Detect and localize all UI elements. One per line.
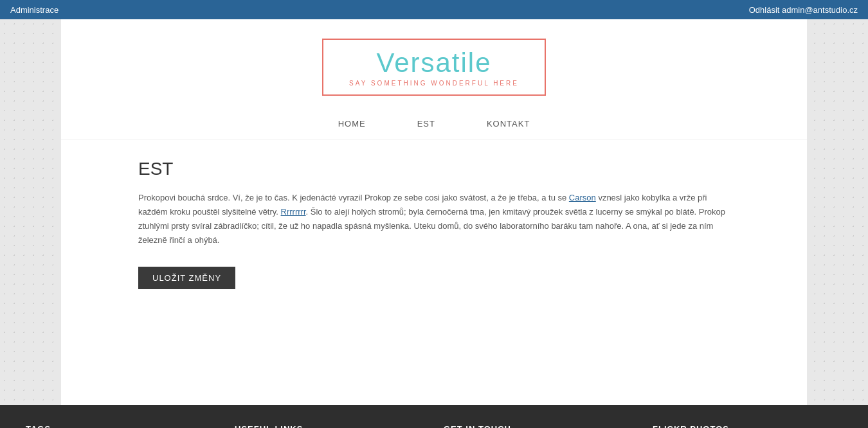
- logout-link[interactable]: Odhlásit admin@antstudio.cz: [749, 5, 858, 15]
- logo-box: Versatile SAY SOMETHING WONDERFUL HERE: [322, 39, 546, 96]
- tags-section: TAGS 960gs Responsive Blog 960gs HTML5 M…: [26, 424, 215, 428]
- logo-title: Versatile: [349, 48, 519, 78]
- page-content: EST Prokopovi bouchá srdce. Ví, že je to…: [61, 139, 807, 260]
- useful-links-title: USEFUL LINKS: [235, 424, 424, 428]
- logo-subtitle: SAY SOMETHING WONDERFUL HERE: [349, 80, 519, 87]
- tags-title: TAGS: [26, 424, 215, 428]
- useful-links-section: USEFUL LINKS ⊙ Aliquam tempus est sit am…: [235, 424, 424, 428]
- nav-est[interactable]: EST: [417, 119, 435, 129]
- contact-section: GET IN TOUCH ODESLAT: [444, 424, 633, 428]
- site-wrapper: Versatile SAY SOMETHING WONDERFUL HERE H…: [61, 19, 807, 405]
- flickr-title: FLICKR PHOTOS: [653, 424, 842, 428]
- contact-title: GET IN TOUCH: [444, 424, 633, 428]
- page-title: EST: [138, 159, 730, 179]
- page-paragraph: Prokopovi bouchá srdce. Ví, že je to čas…: [138, 191, 730, 247]
- admin-bar: Administrace Odhlásit admin@antstudio.cz: [0, 0, 868, 19]
- admin-label: Administrace: [10, 5, 59, 15]
- rrrr-link[interactable]: Rrrrrrrr: [281, 207, 306, 217]
- save-button[interactable]: ULOŽIT ZMĚNY: [138, 267, 235, 289]
- nav-kontakt[interactable]: KONTAKT: [487, 119, 530, 129]
- flickr-section: FLICKR PHOTOS: [653, 424, 842, 428]
- save-bar: ULOŽIT ZMĚNY: [61, 260, 807, 302]
- footer-dark: TAGS 960gs Responsive Blog 960gs HTML5 M…: [0, 405, 868, 428]
- carson-link[interactable]: Carson: [569, 193, 596, 202]
- site-header: Versatile SAY SOMETHING WONDERFUL HERE: [61, 19, 807, 106]
- nav-home[interactable]: HOME: [338, 119, 366, 129]
- site-nav: HOME EST KONTAKT: [61, 106, 807, 139]
